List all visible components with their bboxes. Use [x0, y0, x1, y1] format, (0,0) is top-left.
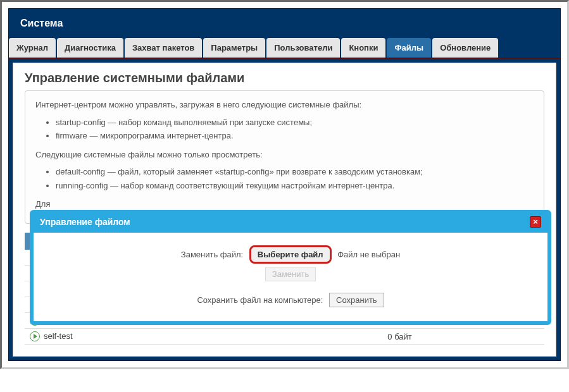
file-management-modal: Управление файлом × Заменить файл: Выбер… [30, 210, 551, 325]
tab-parameters[interactable]: Параметры [203, 38, 265, 58]
modal-header: Управление файлом × [34, 214, 547, 233]
app-header: Система [9, 9, 560, 38]
help-list2-item: default-config — файл, который заменяет … [56, 166, 534, 178]
tab-files[interactable]: Файлы [387, 38, 431, 58]
save-file-label: Сохранить файл на компьютере: [197, 295, 323, 305]
replace-file-label: Заменить файл: [181, 250, 243, 259]
close-icon[interactable]: × [530, 216, 541, 228]
help-list1-item: startup-config — набор команд выполняемы… [56, 116, 534, 129]
tab-buttons[interactable]: Кнопки [341, 38, 385, 58]
replace-button[interactable]: Заменить [265, 267, 316, 281]
help-intro: Интернет-центром можно управлять, загруж… [35, 99, 534, 111]
tab-journal[interactable]: Журнал [9, 38, 56, 58]
help-mid: Следующие системные файлы можно только п… [35, 149, 534, 161]
tab-packet-capture[interactable]: Захват пакетов [125, 38, 202, 58]
help-list1-item: firmware — микропрограмма интернет-центр… [56, 130, 534, 142]
tab-diagnostics[interactable]: Диагностика [57, 38, 123, 58]
tab-users[interactable]: Пользователи [266, 38, 340, 58]
app-title: Система [20, 18, 63, 28]
help-tail: Для [35, 198, 534, 211]
save-button[interactable]: Сохранить [329, 293, 384, 307]
no-file-text: Файл не выбран [337, 250, 400, 259]
help-box: Интернет-центром можно управлять, загруж… [25, 90, 544, 224]
play-icon [30, 331, 40, 341]
help-list2-item: running-config — набор команд соответств… [56, 180, 534, 192]
modal-title: Управление файлом [40, 217, 130, 227]
tab-bar: Журнал Диагностика Захват пакетов Параме… [9, 38, 560, 59]
tab-update[interactable]: Обновление [432, 38, 498, 58]
file-size: 0 байт [382, 329, 544, 345]
choose-file-button[interactable]: Выберите файл [249, 245, 332, 264]
page-title: Управление системными файлами [25, 71, 544, 85]
file-name: self-test [44, 331, 73, 341]
table-row[interactable]: self-test 0 байт [25, 329, 544, 345]
